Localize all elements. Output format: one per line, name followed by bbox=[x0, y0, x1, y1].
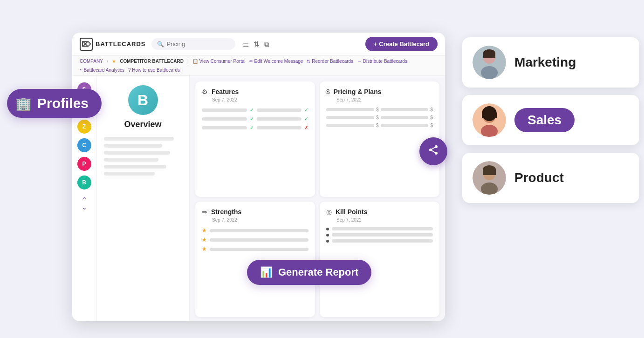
sales-avatar-svg bbox=[473, 103, 506, 137]
overview-avatar: B bbox=[128, 85, 158, 115]
pricing-title: Pricing & Plans bbox=[334, 88, 382, 95]
check-3a: ✓ bbox=[250, 125, 254, 131]
profiles-badge[interactable]: 🏢 Profiles bbox=[7, 89, 102, 118]
feature-row-3: ✓ ✗ bbox=[202, 125, 308, 131]
svg-line-4 bbox=[432, 148, 435, 149]
ph-line-3 bbox=[104, 151, 170, 155]
price-row-2: $ $ bbox=[326, 115, 433, 120]
killpoints-icon: ◎ bbox=[326, 208, 332, 216]
svg-point-0 bbox=[435, 145, 438, 148]
svg-rect-9 bbox=[483, 53, 495, 58]
feature-row-1: ✓ ✓ bbox=[202, 107, 308, 113]
check-2a: ✓ bbox=[250, 116, 254, 122]
product-avatar bbox=[473, 161, 506, 195]
nav-how-to[interactable]: ? How to use Battlecards bbox=[128, 68, 180, 73]
scene: 🏢 Profiles ⌦ BATTLECARDS 🔍 ⚌ ⇅ ⧉ + Creat… bbox=[0, 0, 644, 338]
right-cards: Marketing Sales bbox=[462, 37, 639, 203]
profiles-icon: 🏢 bbox=[15, 96, 32, 111]
strengths-title: Strengths bbox=[211, 208, 241, 216]
sales-name-pill: Sales bbox=[514, 108, 575, 132]
pricing-card[interactable]: $ Pricing & Plans Sep 7, 2022 $ $ bbox=[320, 81, 439, 197]
features-content: ✓ ✓ ✓ ✓ bbox=[202, 107, 308, 131]
breadcrumb-sep1: › bbox=[107, 59, 108, 64]
sales-card[interactable]: Sales bbox=[462, 95, 639, 145]
create-battlecard-button[interactable]: + Create Battlecard bbox=[365, 37, 438, 51]
nav-reorder[interactable]: ⇅ Reorder Battlecards bbox=[307, 59, 353, 64]
ph-line-1 bbox=[104, 137, 174, 141]
strengths-date: Sep 7, 2022 bbox=[212, 217, 308, 223]
expand-chevron[interactable]: ⌃⌄ bbox=[82, 196, 87, 211]
killpoints-card[interactable]: ◎ Kill Points Sep 7, 2022 bbox=[320, 202, 439, 317]
overview-placeholder-lines bbox=[104, 137, 182, 176]
breadcrumb-page: COMPETITOR BATTLECARD bbox=[120, 59, 184, 64]
pricing-icon: $ bbox=[326, 88, 330, 95]
nav-welcome-msg[interactable]: ✏ Edit Welcome Message bbox=[249, 59, 303, 64]
sidebar-avatar-z[interactable]: Z bbox=[77, 120, 91, 134]
ph-line-6 bbox=[104, 172, 155, 176]
sales-avatar bbox=[473, 103, 506, 137]
nav-distribute[interactable]: → Distribute Battlecards bbox=[357, 59, 407, 64]
price-row-3: $ $ bbox=[326, 123, 433, 128]
generate-report-badge[interactable]: 📊 Generate Report bbox=[247, 260, 371, 285]
search-bar[interactable]: 🔍 bbox=[151, 38, 235, 50]
app-title: BATTLECARDS bbox=[96, 41, 146, 47]
nav-analytics[interactable]: ~ Battlecard Analytics bbox=[80, 68, 124, 73]
check-1b: ✓ bbox=[304, 107, 308, 113]
svg-point-2 bbox=[435, 152, 438, 155]
marketing-name: Marketing bbox=[514, 55, 576, 70]
feature-row-2: ✓ ✓ bbox=[202, 116, 308, 122]
kill-row-3 bbox=[326, 239, 433, 243]
overview-panel: B Overview bbox=[96, 76, 190, 321]
breadcrumb-company[interactable]: COMPANY bbox=[80, 59, 103, 64]
share-icon-bubble[interactable] bbox=[419, 137, 447, 165]
breadcrumb-nav: COMPANY › ★ COMPETITOR BATTLECARD | 📋 Vi… bbox=[72, 56, 445, 76]
marketing-avatar-svg bbox=[473, 46, 506, 79]
copy-icon[interactable]: ⧉ bbox=[264, 40, 269, 48]
app-logo: ⌦ BATTLECARDS bbox=[80, 38, 146, 51]
filter-icon[interactable]: ⚌ bbox=[243, 40, 249, 48]
product-name: Product bbox=[514, 170, 564, 185]
ph-line-4 bbox=[104, 158, 158, 162]
marketing-avatar bbox=[473, 46, 506, 79]
killpoints-title: Kill Points bbox=[336, 208, 367, 216]
header-tools: ⚌ ⇅ ⧉ bbox=[243, 40, 269, 48]
svg-rect-14 bbox=[482, 114, 497, 118]
product-avatar-svg bbox=[473, 161, 506, 195]
product-card[interactable]: Product bbox=[462, 153, 639, 203]
sidebar-avatar-p[interactable]: P bbox=[77, 157, 91, 171]
app-header: ⌦ BATTLECARDS 🔍 ⚌ ⇅ ⧉ + Create Battlecar… bbox=[72, 33, 445, 56]
pricing-content: $ $ $ $ bbox=[326, 107, 433, 128]
search-input[interactable] bbox=[167, 41, 223, 47]
features-icon: ⚙ bbox=[202, 88, 208, 95]
nav-consumer-portal[interactable]: 📋 View Consumer Portal bbox=[192, 59, 246, 64]
price-row-1: $ $ bbox=[326, 107, 433, 112]
killpoints-content bbox=[326, 227, 433, 243]
check-3b: ✗ bbox=[304, 125, 308, 131]
star-2: ★ bbox=[202, 237, 207, 243]
generate-text: Generate Report bbox=[278, 266, 358, 278]
svg-point-1 bbox=[429, 149, 432, 151]
breadcrumb-star[interactable]: ★ bbox=[112, 59, 116, 64]
features-date: Sep 7, 2022 bbox=[212, 97, 308, 102]
sort-icon[interactable]: ⇅ bbox=[253, 40, 260, 48]
share-icon bbox=[428, 144, 439, 158]
marketing-card[interactable]: Marketing bbox=[462, 37, 639, 88]
pricing-date: Sep 7, 2022 bbox=[336, 97, 433, 102]
killpoints-card-header: ◎ Kill Points bbox=[326, 208, 433, 216]
sidebar-avatar-c[interactable]: C bbox=[77, 138, 91, 152]
svg-rect-19 bbox=[483, 169, 496, 175]
features-title: Features bbox=[212, 88, 239, 95]
svg-point-7 bbox=[481, 66, 498, 79]
features-card[interactable]: ⚙ Features Sep 7, 2022 ✓ ✓ bbox=[195, 81, 315, 197]
strengths-card[interactable]: ⇒ Strengths Sep 7, 2022 ★ ★ bbox=[195, 202, 315, 317]
strength-row-3: ★ bbox=[202, 246, 308, 252]
star-1: ★ bbox=[202, 227, 207, 234]
overview-title: Overview bbox=[104, 120, 182, 129]
killpoints-date: Sep 7, 2022 bbox=[336, 217, 433, 223]
logo-icon: ⌦ bbox=[80, 38, 93, 51]
ph-line-2 bbox=[104, 144, 162, 148]
check-2b: ✓ bbox=[304, 116, 308, 122]
nav-divider: | bbox=[187, 59, 189, 64]
kill-row-2 bbox=[326, 233, 433, 237]
sidebar-avatar-b[interactable]: B bbox=[77, 176, 91, 189]
